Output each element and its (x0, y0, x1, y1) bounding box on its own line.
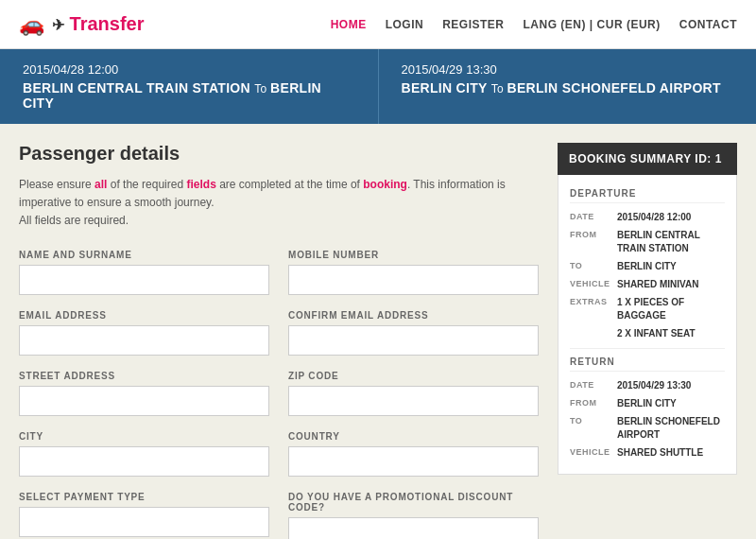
summary-ret-val-vehicle: SHARED SHUTTLE (617, 446, 703, 460)
logo-airplane: ✈ (52, 17, 64, 33)
summary-ret-key-from: FROM (570, 397, 611, 410)
form-group-email: EMAIL ADDRESS (19, 310, 269, 356)
input-discount[interactable] (288, 517, 539, 539)
summary-dep-vehicle: VEHICLE SHARED MINIVAN (570, 278, 725, 291)
summary-divider (570, 348, 725, 349)
label-country: COUNTRY (288, 431, 539, 442)
label-name: NAME AND SURNAME (19, 250, 269, 260)
summary-ret-from: FROM BERLIN CITY (570, 397, 725, 410)
departure-banner: 2015/04/28 12:00 BERLIN CENTRAL TRAIN ST… (0, 49, 379, 124)
return-date: 2015/04/29 13:30 (402, 62, 734, 77)
input-payment[interactable] (19, 507, 269, 537)
label-email: EMAIL ADDRESS (19, 310, 269, 321)
label-confirm-email: CONFIRM EMAIL ADDRESS (288, 310, 539, 321)
summary-key-from: FROM (570, 229, 611, 255)
departure-section-title: DEPARTURE (570, 188, 725, 203)
highlight-all: all (94, 178, 107, 191)
summary-key-extras: EXTRAS (570, 296, 611, 322)
form-group-payment: SELECT PAYMENT TYPE (19, 492, 269, 539)
form-row-4: CITY COUNTRY (19, 431, 539, 477)
form-row-2: EMAIL ADDRESS CONFIRM EMAIL ADDRESS (19, 310, 539, 356)
input-mobile[interactable] (288, 265, 539, 295)
sidebar: BOOKING SUMMARY ID: 1 DEPARTURE DATE 201… (558, 143, 737, 539)
summary-val-extras: 1 X PIECES OF BAGGAGE (617, 296, 725, 322)
summary-ret-to: TO BERLIN SCHONEFELD AIRPORT (570, 415, 725, 442)
highlight-booking: booking (363, 178, 407, 191)
summary-ret-val-from: BERLIN CITY (617, 397, 677, 410)
summary-ret-key-vehicle: VEHICLE (570, 446, 611, 460)
summary-ret-key-to: TO (570, 415, 611, 442)
form-group-zip: ZIP CODE (288, 371, 539, 416)
label-zip: ZIP CODE (288, 371, 539, 381)
summary-ret-date: DATE 2015/04/29 13:30 (570, 379, 725, 392)
summary-ret-val-date: 2015/04/29 13:30 (617, 379, 691, 392)
label-city: CITY (19, 431, 269, 442)
form-group-street: STREET ADDRESS (19, 371, 269, 416)
logo-text: ✈ Transfer (52, 13, 145, 35)
return-banner: 2015/04/29 13:30 BERLIN CITY To BERLIN S… (379, 49, 757, 124)
nav-login[interactable]: LOGIN (386, 18, 424, 31)
booking-summary-body: DEPARTURE DATE 2015/04/28 12:00 FROM BER… (558, 175, 737, 475)
return-section-title: RETURN (570, 356, 725, 372)
form-group-discount: DO YOU HAVE A PROMOTIONAL DISCOUNT CODE? (288, 492, 539, 539)
form-group-name: NAME AND SURNAME (19, 250, 269, 295)
booking-summary-header: BOOKING SUMMARY ID: 1 (558, 143, 737, 175)
summary-val-to: BERLIN CITY (617, 260, 677, 273)
summary-dep-date: DATE 2015/04/28 12:00 (570, 211, 725, 224)
summary-val-vehicle: SHARED MINIVAN (617, 278, 698, 291)
summary-val-from: BERLIN CENTRAL TRAIN STATION (617, 229, 725, 255)
input-street[interactable] (19, 386, 269, 416)
label-discount: DO YOU HAVE A PROMOTIONAL DISCOUNT CODE? (288, 492, 539, 513)
main-nav: HOME LOGIN REGISTER LANG (EN) | CUR (EUR… (331, 18, 737, 31)
departure-date: 2015/04/28 12:00 (23, 62, 355, 77)
header: 🚗 ✈ Transfer HOME LOGIN REGISTER LANG (E… (0, 0, 756, 49)
label-street: STREET ADDRESS (19, 371, 269, 381)
input-country[interactable] (288, 446, 539, 477)
summary-key-date: DATE (570, 211, 611, 224)
label-mobile: MOBILE NUMBER (288, 250, 539, 260)
nav-contact[interactable]: CONTACT (679, 18, 737, 31)
nav-lang-cur[interactable]: LANG (EN) | CUR (EUR) (524, 18, 661, 31)
form-row-5: SELECT PAYMENT TYPE DO YOU HAVE A PROMOT… (19, 492, 539, 539)
form-group-mobile: MOBILE NUMBER (288, 250, 539, 295)
label-payment: SELECT PAYMENT TYPE (19, 492, 269, 502)
summary-dep-extras: EXTRAS 1 X PIECES OF BAGGAGE (570, 296, 725, 322)
input-zip[interactable] (288, 386, 539, 416)
form-group-country: COUNTRY (288, 431, 539, 477)
page-title: Passenger details (19, 143, 539, 165)
summary-dep-to: TO BERLIN CITY (570, 260, 725, 273)
info-text: Please ensure all of the required fields… (19, 176, 539, 231)
summary-key-to: TO (570, 260, 611, 273)
logo: 🚗 ✈ Transfer (19, 12, 145, 37)
main-content: Passenger details Please ensure all of t… (0, 124, 756, 539)
summary-ret-val-to: BERLIN SCHONEFELD AIRPORT (617, 415, 725, 442)
summary-ret-vehicle: VEHICLE SHARED SHUTTLE (570, 446, 725, 460)
nav-home[interactable]: HOME (331, 18, 367, 31)
form-group-confirm-email: CONFIRM EMAIL ADDRESS (288, 310, 539, 356)
logo-icon: 🚗 (19, 12, 44, 37)
nav-register[interactable]: REGISTER (442, 18, 504, 31)
input-name[interactable] (19, 265, 269, 295)
input-city[interactable] (19, 446, 269, 477)
summary-val-date: 2015/04/28 12:00 (617, 211, 691, 224)
trip-banner: 2015/04/28 12:00 BERLIN CENTRAL TRAIN ST… (0, 49, 756, 124)
form-area: Passenger details Please ensure all of t… (19, 143, 558, 539)
input-email[interactable] (19, 325, 269, 356)
summary-val-extras2: 2 X INFANT SEAT (617, 327, 696, 340)
departure-route: BERLIN CENTRAL TRAIN STATION To BERLIN C… (23, 80, 355, 111)
summary-key-extras2 (570, 327, 611, 340)
return-route: BERLIN CITY To BERLIN SCHONEFELD AIRPORT (402, 80, 734, 96)
summary-dep-from: FROM BERLIN CENTRAL TRAIN STATION (570, 229, 725, 255)
summary-dep-extras2: 2 X INFANT SEAT (570, 327, 725, 340)
summary-key-vehicle: VEHICLE (570, 278, 611, 291)
form-row-1: NAME AND SURNAME MOBILE NUMBER (19, 250, 539, 295)
logo-brand: Transfer (70, 13, 145, 34)
form-group-city: CITY (19, 431, 269, 477)
highlight-fields: fields (186, 178, 215, 191)
summary-ret-key-date: DATE (570, 379, 611, 392)
form-row-3: STREET ADDRESS ZIP CODE (19, 371, 539, 416)
input-confirm-email[interactable] (288, 325, 539, 356)
